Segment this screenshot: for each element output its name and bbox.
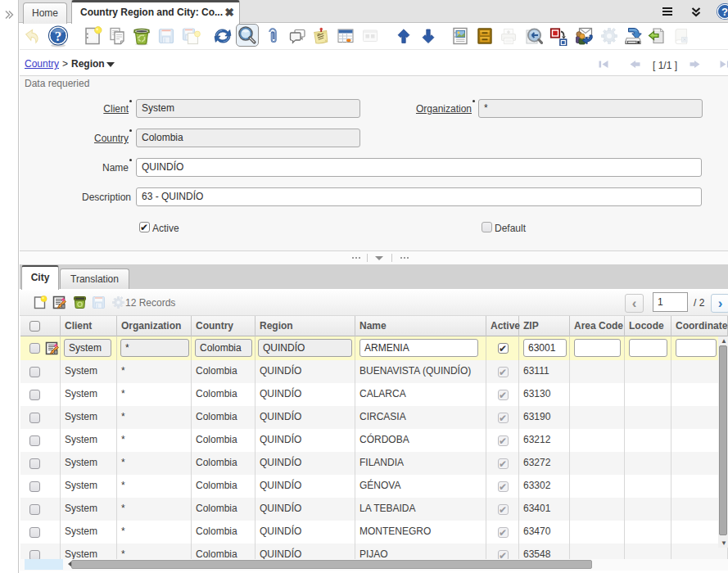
svg-text:?: ?	[55, 29, 62, 44]
svg-text:?: ?	[721, 6, 728, 18]
